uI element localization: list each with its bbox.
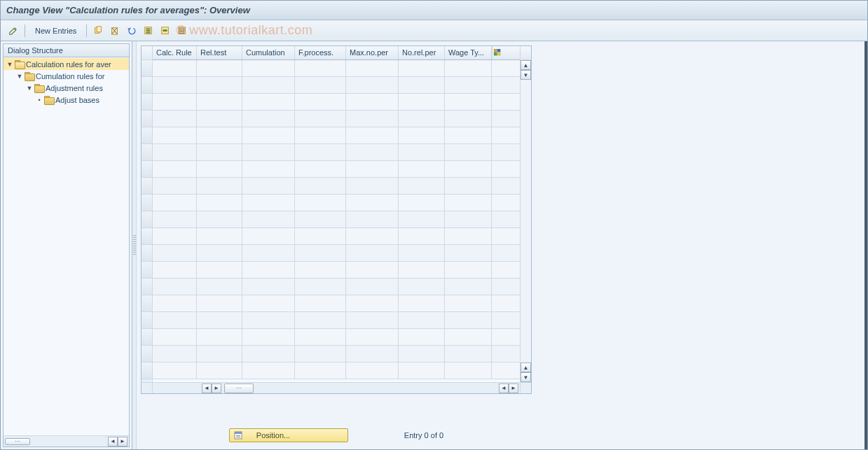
position-button[interactable]: Position...: [229, 428, 348, 442]
table-row[interactable]: [153, 329, 520, 346]
horizontal-scrollbar[interactable]: ◄ ► ◄ ►: [142, 382, 531, 393]
table-row[interactable]: [153, 178, 520, 195]
row-selector[interactable]: [142, 127, 152, 144]
column-header-rel-test[interactable]: Rel.test: [197, 46, 242, 59]
tree-resize-handle[interactable]: [5, 438, 30, 445]
row-selector[interactable]: [142, 144, 152, 161]
toolbar-separator: [25, 24, 25, 37]
table-row[interactable]: [153, 228, 520, 245]
table-row[interactable]: [153, 195, 520, 211]
scroll-track[interactable]: [521, 80, 531, 363]
row-selector-header[interactable]: [142, 46, 152, 60]
tree-toggle-icon[interactable]: ▼: [26, 85, 33, 92]
tree-toggle-icon[interactable]: ▼: [16, 73, 23, 80]
table-config-corner: [521, 46, 531, 60]
table-row[interactable]: [153, 161, 520, 178]
table-row[interactable]: [153, 312, 520, 329]
svg-rect-20: [236, 437, 240, 437]
row-selector[interactable]: [142, 60, 152, 77]
column-header-wage-type[interactable]: Wage Ty...: [445, 46, 492, 59]
tree-scroll-buttons: ◄ ►: [108, 437, 128, 447]
scroll-thumb[interactable]: [224, 384, 254, 393]
select-all-icon: [144, 26, 153, 36]
copy-as-button[interactable]: [91, 24, 105, 38]
change-display-button[interactable]: [6, 24, 20, 38]
tree-scroll-right-button[interactable]: ►: [118, 437, 128, 447]
svg-rect-8: [163, 29, 167, 31]
tree-header: Dialog Structure: [4, 44, 129, 57]
folder-icon: [34, 84, 44, 92]
row-selector[interactable]: [142, 245, 152, 262]
table-row[interactable]: [153, 127, 520, 144]
column-header-max-no-per[interactable]: Max.no.per: [346, 46, 399, 59]
column-header-f-process[interactable]: F.process.: [295, 46, 346, 59]
row-selector[interactable]: [142, 94, 152, 111]
table-header-row: Calc. Rule Rel.test Cumulation F.process…: [153, 46, 520, 60]
vertical-scrollbar[interactable]: ▲ ▼ ▲ ▼: [520, 46, 531, 382]
row-selector[interactable]: [142, 262, 152, 279]
row-selector[interactable]: [142, 77, 152, 94]
row-selector[interactable]: [142, 329, 152, 346]
table-row[interactable]: [153, 77, 520, 94]
window-right-edge: [864, 41, 867, 449]
tree-toggle-icon[interactable]: ▼: [6, 61, 13, 68]
table-row[interactable]: [153, 60, 520, 77]
column-header-cumulation[interactable]: Cumulation: [242, 46, 295, 59]
table-body: [153, 60, 520, 382]
delete-button[interactable]: [108, 24, 122, 38]
row-selector[interactable]: [142, 178, 152, 195]
row-selector[interactable]: [142, 111, 152, 127]
table-row[interactable]: [153, 94, 520, 111]
scroll-left-button-end[interactable]: ◄: [499, 384, 509, 393]
svg-rect-15: [494, 52, 497, 55]
tree-item-adjust-bases[interactable]: • Adjust bases: [4, 94, 129, 106]
scroll-right-button-end[interactable]: ►: [509, 384, 518, 393]
toolbar: New Entries © www.tutorialkart.com: [1, 20, 867, 41]
scroll-up-button-bottom[interactable]: ▲: [521, 363, 531, 372]
table-config-button[interactable]: [492, 46, 502, 59]
svg-rect-5: [146, 30, 151, 31]
scroll-down-button[interactable]: ▼: [521, 70, 531, 80]
dialog-structure-panel: Dialog Structure ▼ Calculation rules for…: [1, 41, 132, 449]
table-row[interactable]: [153, 363, 520, 379]
table-row[interactable]: [153, 346, 520, 363]
column-header-no-rel-per[interactable]: No.rel.per: [399, 46, 445, 59]
table-row[interactable]: [153, 245, 520, 262]
row-selector[interactable]: [142, 346, 152, 363]
row-selector[interactable]: [142, 279, 152, 295]
table-row[interactable]: [153, 111, 520, 127]
row-selector[interactable]: [142, 228, 152, 245]
tree-scroll-left-button[interactable]: ◄: [108, 437, 118, 447]
tree-item-label: Adjustment rules: [46, 84, 103, 92]
undo-icon: [127, 26, 137, 36]
tree-item-cumulation-rules[interactable]: ▼ Cumulation rules for: [4, 70, 129, 82]
row-selector[interactable]: [142, 161, 152, 178]
svg-rect-1: [97, 26, 102, 31]
row-selector[interactable]: [142, 211, 152, 228]
undo-button[interactable]: [125, 24, 139, 38]
scroll-down-button-bottom[interactable]: ▼: [521, 372, 531, 382]
tree-item-adjustment-rules[interactable]: ▼ Adjustment rules: [4, 82, 129, 94]
select-all-button[interactable]: [142, 24, 156, 38]
table-row[interactable]: [153, 295, 520, 312]
table-row[interactable]: [153, 262, 520, 279]
new-entries-button[interactable]: New Entries: [29, 25, 82, 36]
scroll-track[interactable]: [256, 384, 499, 393]
row-selector[interactable]: [142, 295, 152, 312]
folder-open-icon: [15, 60, 25, 68]
table-row[interactable]: [153, 211, 520, 228]
tree-item-calculation-rules[interactable]: ▼ Calculation rules for aver: [4, 58, 129, 70]
delete-icon: [110, 26, 120, 36]
table-row[interactable]: [153, 279, 520, 295]
row-selector[interactable]: [142, 195, 152, 211]
scroll-up-button[interactable]: ▲: [521, 60, 531, 70]
row-selector[interactable]: [142, 312, 152, 329]
scroll-right-button[interactable]: ►: [212, 384, 221, 393]
table-grid-wrap: Calc. Rule Rel.test Cumulation F.process…: [142, 46, 531, 382]
row-selector[interactable]: [142, 363, 152, 379]
scroll-left-button[interactable]: ◄: [202, 384, 212, 393]
column-header-calc-rule[interactable]: Calc. Rule: [153, 46, 197, 59]
select-block-button[interactable]: [158, 24, 172, 38]
table-row[interactable]: [153, 144, 520, 161]
pencil-icon: [8, 26, 18, 36]
